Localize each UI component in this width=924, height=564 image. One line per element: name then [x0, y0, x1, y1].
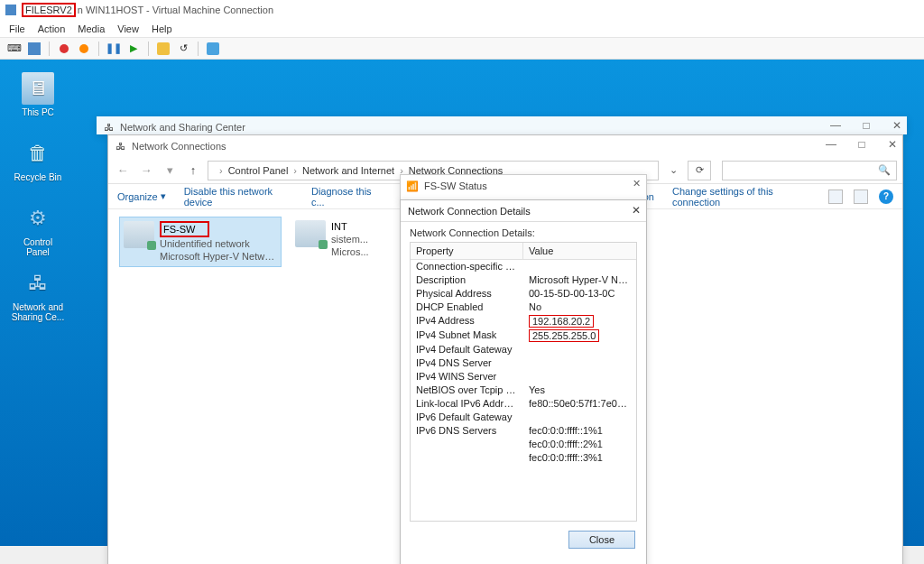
desktop-icon-network-sharing[interactable]: 🖧 Network and Sharing Ce...	[11, 267, 65, 322]
help-button[interactable]: ?	[879, 190, 893, 204]
up-button[interactable]: ↑	[184, 163, 202, 177]
dialog-subtitle: Network Connection Details:	[401, 222, 646, 242]
desktop-icon-recycle-bin[interactable]: 🗑 Recycle Bin	[11, 137, 65, 182]
close-button[interactable]: ✕	[633, 178, 641, 190]
start-button[interactable]: ▶	[126, 42, 141, 56]
table-row[interactable]: Physical Address00-15-5D-00-13-0C	[411, 287, 636, 300]
diagnose-button[interactable]: Diagnose this c...	[311, 186, 381, 208]
vm-menubar: File Action Media View Help	[0, 20, 924, 38]
col-value[interactable]: Value	[523, 243, 636, 259]
property-cell: NetBIOS over Tcpip Enabl...	[411, 384, 523, 397]
change-settings-button[interactable]: Change settings of this connection	[672, 186, 810, 208]
table-header: Property Value	[411, 243, 636, 260]
chevron-right-icon: ›	[219, 165, 223, 176]
vm-titlebar: FILESRV2 n WIN11HOST - Virtual Machine C…	[0, 0, 924, 20]
property-cell: Link-local IPv6 Address	[411, 397, 523, 411]
organize-menu[interactable]: Organize▾	[117, 190, 166, 202]
menu-help[interactable]: Help	[152, 23, 172, 34]
menu-action[interactable]: Action	[38, 23, 66, 34]
details-table: Property Value Connection-specific DNS S…	[410, 242, 637, 522]
enhanced-session-button[interactable]	[206, 42, 220, 56]
search-input[interactable]: 🔍	[722, 161, 897, 180]
property-cell: IPv4 DNS Server	[411, 356, 523, 370]
table-row[interactable]: IPv4 WINS Server	[411, 370, 636, 384]
table-row[interactable]: fec0:0:0:ffff::2%1	[411, 438, 636, 451]
table-row[interactable]: IPv4 Address192.168.20.2	[411, 314, 636, 328]
close-button[interactable]: ✕	[891, 119, 903, 132]
breadcrumb-item[interactable]: Network and Internet	[302, 165, 394, 176]
icon-label: This PC	[11, 107, 65, 117]
vm-icon	[5, 5, 16, 15]
shutdown-button[interactable]	[77, 42, 91, 56]
adapter-name: INT	[331, 220, 369, 233]
network-icon: 📶	[406, 180, 419, 192]
property-cell: Description	[411, 273, 523, 287]
table-row[interactable]: IPv4 Default Gateway	[411, 343, 636, 356]
close-button[interactable]: ✕	[886, 138, 899, 151]
value-cell	[523, 343, 636, 356]
table-row[interactable]: IPv6 DNS Serversfec0:0:0:ffff::1%1	[411, 424, 636, 438]
minimize-button[interactable]: —	[825, 138, 837, 151]
pause-button[interactable]: ❚❚	[106, 42, 121, 56]
table-row[interactable]: IPv6 Default Gateway	[411, 411, 636, 424]
table-row[interactable]: Connection-specific DNS S...	[411, 260, 636, 273]
vm-title-rest: n WIN11HOST - Virtual Machine Connection	[78, 5, 273, 15]
value-cell	[523, 260, 636, 273]
connection-details-dialog: Network Connection Details ✕ Network Con…	[400, 199, 647, 564]
back-button[interactable]: ←	[114, 163, 132, 177]
table-row[interactable]: IPv4 Subnet Mask255.255.255.0	[411, 328, 636, 343]
property-cell: IPv6 DNS Servers	[411, 424, 523, 438]
menu-view[interactable]: View	[117, 23, 139, 34]
preview-pane-button[interactable]	[854, 190, 868, 204]
value-cell: Microsoft Hyper-V Network Adapter #2	[523, 273, 636, 287]
network-sharing-center-window[interactable]: 🖧 Network and Sharing Center — □ ✕	[97, 116, 907, 134]
desktop-icon-control-panel[interactable]: ⚙ Control Panel	[11, 202, 65, 257]
minimize-button[interactable]: —	[829, 119, 842, 132]
close-dialog-button[interactable]: Close	[568, 531, 635, 549]
icon-label: Network and Sharing Ce...	[11, 302, 65, 322]
disable-device-button[interactable]: Disable this network device	[184, 186, 293, 208]
separator	[98, 42, 99, 56]
menu-media[interactable]: Media	[78, 23, 105, 34]
menu-file[interactable]: File	[9, 23, 25, 34]
value-cell: No	[523, 300, 636, 314]
maximize-button[interactable]: □	[860, 119, 873, 132]
refresh-button[interactable]: ⟳	[688, 161, 711, 180]
table-row[interactable]: NetBIOS over Tcpip Enabl...Yes	[411, 384, 636, 397]
recent-button[interactable]: ▾	[161, 163, 179, 177]
table-row[interactable]: fec0:0:0:ffff::3%1	[411, 451, 636, 465]
view-options-button[interactable]	[828, 190, 843, 204]
revert-button[interactable]: ↺	[176, 42, 190, 56]
network-adapter-icon	[295, 220, 326, 247]
forward-button[interactable]: →	[137, 163, 155, 177]
turn-off-button[interactable]	[57, 42, 71, 56]
close-button[interactable]: ✕	[632, 204, 641, 217]
window-title: Network Connections	[132, 141, 226, 152]
adapter-name-highlight: FS-SW	[160, 221, 209, 237]
desktop-icon-this-pc[interactable]: 🖥 This PC	[11, 72, 65, 117]
maximize-button[interactable]: □	[855, 138, 868, 151]
window-title: Network and Sharing Center	[120, 122, 245, 133]
ctrl-alt-del-button[interactable]: ⌨	[7, 42, 22, 56]
save-button[interactable]	[27, 42, 42, 56]
adapter-driver: Microsoft Hyper-V Network Adap...	[160, 250, 277, 263]
property-cell: Connection-specific DNS S...	[411, 260, 523, 273]
table-row[interactable]: Link-local IPv6 Addressfe80::50e0:57f1:7…	[411, 397, 636, 411]
adapter-fs-sw[interactable]: FS-SW Unidentified network Microsoft Hyp…	[119, 217, 282, 267]
value-cell: fec0:0:0:ffff::2%1	[523, 438, 636, 451]
table-row[interactable]: DescriptionMicrosoft Hyper-V Network Ada…	[411, 273, 636, 287]
property-cell	[411, 438, 523, 451]
property-cell: IPv4 WINS Server	[411, 370, 523, 384]
value-cell	[523, 370, 636, 384]
search-icon: 🔍	[878, 164, 891, 176]
value-cell: 00-15-5D-00-13-0C	[523, 287, 636, 300]
control-panel-icon: ⚙	[22, 202, 54, 235]
breadcrumb-dropdown[interactable]: ⌄	[664, 164, 682, 176]
chevron-down-icon: ▾	[161, 190, 166, 202]
checkpoint-button[interactable]	[156, 42, 171, 56]
table-row[interactable]: IPv4 DNS Server	[411, 356, 636, 370]
value-cell: fec0:0:0:ffff::3%1	[523, 451, 636, 465]
breadcrumb-item[interactable]: Control Panel	[228, 165, 289, 176]
col-property[interactable]: Property	[411, 243, 523, 259]
table-row[interactable]: DHCP EnabledNo	[411, 300, 636, 314]
